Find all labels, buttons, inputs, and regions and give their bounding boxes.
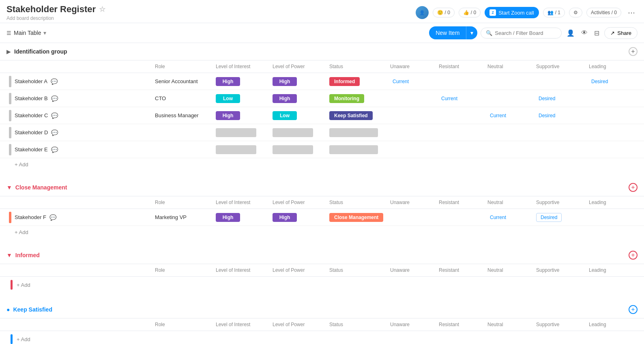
stakeholder-b-resistant[interactable]: Current — [436, 92, 485, 105]
comment-icon[interactable]: 💬 — [51, 129, 58, 136]
group-toggle-close-management[interactable]: ▼ — [6, 184, 12, 191]
stakeholder-c-role: Business Manager — [152, 111, 213, 120]
activities-button[interactable]: Activities / 0 — [586, 8, 621, 17]
stakeholder-e-power[interactable] — [270, 144, 327, 156]
stakeholder-f-neutral[interactable]: Current — [485, 211, 534, 224]
stakeholder-c-interest[interactable]: High — [213, 110, 270, 122]
main-table-button[interactable]: Main Table ▾ — [14, 30, 46, 36]
stakeholder-a-interest[interactable]: High — [213, 75, 270, 88]
settings-button[interactable]: ⚙ — [569, 8, 582, 17]
add-row-keep-satisfied[interactable]: + Add — [0, 331, 644, 344]
zoom-icon: Z — [489, 9, 496, 16]
col-role: Role — [152, 62, 213, 71]
thumbs-button[interactable]: 👍 / 0 — [459, 8, 481, 17]
stakeholder-c-neutral[interactable]: Current — [485, 110, 534, 122]
comment-icon[interactable]: 💬 — [51, 78, 58, 85]
dropdown-icon: ▾ — [43, 30, 46, 36]
zoom-label: Start Zoom call — [498, 10, 534, 16]
col-neutral: Neutral — [485, 62, 534, 71]
stakeholder-f-power[interactable]: High — [270, 211, 327, 224]
stakeholder-d-supportive — [534, 131, 586, 134]
col-name — [6, 62, 152, 71]
reactions-button[interactable]: 🙂 / 0 — [433, 8, 455, 17]
more-button[interactable]: ⋯ — [625, 6, 638, 19]
persons-button[interactable]: 👥 / 1 — [543, 8, 565, 17]
add-row-identification[interactable]: + Add — [0, 158, 644, 171]
stakeholder-a-status[interactable]: Informed — [327, 75, 388, 88]
top-header: Stakeholder Register ☆ Add board descrip… — [0, 0, 644, 23]
interest-badge: High — [216, 77, 240, 86]
stakeholder-e-status[interactable] — [327, 144, 388, 156]
stakeholder-b-supportive[interactable]: Desired — [534, 92, 586, 105]
star-icon[interactable]: ☆ — [99, 5, 105, 14]
toolbar: ☰ Main Table ▾ New Item ▾ 🔍 👤 👁 ⊟ ↗ Shar… — [0, 23, 644, 43]
add-row-close-management[interactable]: + Add — [0, 226, 644, 239]
stakeholder-e-interest[interactable] — [213, 144, 270, 156]
stakeholder-b-interest[interactable]: Low — [213, 92, 270, 105]
stakeholder-b-name-cell: Stakeholder B 💬 — [6, 91, 152, 106]
table-wrapper: ▶ Identification group + Role Level of I… — [0, 43, 644, 344]
row-color-bar — [9, 144, 11, 155]
comment-icon[interactable]: 💬 — [51, 95, 58, 102]
thumbs-icon: 👍 — [463, 10, 469, 15]
stakeholder-d-name[interactable]: Stakeholder D — [15, 129, 48, 135]
stakeholder-f-unaware — [388, 216, 436, 219]
stakeholder-f-interest[interactable]: High — [213, 211, 270, 224]
group-header-identification: ▶ Identification group + — [0, 43, 644, 60]
stakeholder-d-resistant — [436, 131, 485, 134]
interest-badge: High — [216, 111, 240, 120]
stakeholder-f-supportive[interactable]: Desired — [534, 211, 586, 224]
comment-icon[interactable]: 💬 — [51, 112, 58, 119]
group-add-keep-satisfied[interactable]: + — [629, 305, 638, 314]
search-input[interactable] — [495, 30, 556, 36]
stakeholder-a-power[interactable]: High — [270, 75, 327, 88]
eye-button[interactable]: 👁 — [580, 28, 589, 38]
stakeholder-f-name[interactable]: Stakehoder F — [15, 214, 46, 220]
stakeholder-c-supportive[interactable]: Desired — [534, 110, 586, 122]
person-filter-button[interactable]: 👤 — [565, 28, 576, 39]
power-badge: Low — [273, 111, 297, 120]
new-item-button[interactable]: New Item ▾ — [429, 26, 477, 39]
new-item-arrow[interactable]: ▾ — [466, 26, 477, 39]
col-headers-close-management: Role Level of Interest Level of Power St… — [0, 196, 644, 209]
stakeholder-d-power[interactable] — [270, 127, 327, 139]
add-row-informed[interactable]: + Add — [0, 277, 644, 293]
stakeholder-f-role: Marketing VP — [152, 213, 213, 222]
group-add-informed[interactable]: + — [629, 251, 638, 260]
app-subtitle[interactable]: Add board description — [6, 15, 105, 21]
group-add-identification[interactable]: + — [629, 47, 638, 56]
stakeholder-d-interest[interactable] — [213, 127, 270, 139]
filter-button[interactable]: ⊟ — [592, 28, 601, 39]
col-action — [639, 62, 644, 71]
status-badge: Close Management — [329, 213, 383, 222]
avatar[interactable]: 👤 — [416, 6, 429, 19]
table-row: Stakeholder D 💬 — [0, 124, 644, 141]
stakeholder-b-status[interactable]: Monitoring — [327, 92, 388, 105]
comment-icon[interactable]: 💬 — [51, 146, 58, 153]
stakeholder-b-power[interactable]: High — [270, 92, 327, 105]
toolbar-left: ☰ Main Table ▾ — [6, 30, 46, 36]
desired-box[interactable]: Desired — [536, 213, 562, 222]
stakeholder-d-name-cell: Stakeholder D 💬 — [6, 125, 152, 140]
group-toggle-identification[interactable]: ▶ — [6, 48, 11, 55]
stakeholder-c-power[interactable]: Low — [270, 110, 327, 122]
stakeholder-f-status[interactable]: Close Management — [327, 211, 388, 224]
stakeholder-d-status[interactable] — [327, 127, 388, 139]
comment-icon[interactable]: 💬 — [49, 214, 56, 221]
group-name-keep-satisfied: Keep Satisfied — [13, 306, 52, 313]
group-header-keep-satisfied: ● Keep Satisfied + — [0, 301, 644, 318]
group-toggle-informed[interactable]: ▼ — [6, 252, 12, 258]
zoom-call-button[interactable]: Z Start Zoom call — [485, 7, 539, 18]
stakeholder-c-name[interactable]: Stakeholder C — [15, 112, 48, 118]
stakeholder-a-name[interactable]: Stakeholder A — [15, 78, 47, 84]
stakeholder-a-unaware[interactable]: Current — [388, 75, 436, 88]
new-item-label[interactable]: New Item — [429, 26, 466, 39]
stakeholder-a-leading[interactable]: Desired — [586, 75, 639, 88]
group-toggle-keep-satisfied[interactable]: ● — [6, 306, 10, 313]
stakeholder-d-unaware — [388, 131, 436, 134]
share-button[interactable]: ↗ Share — [604, 27, 638, 39]
stakeholder-b-name[interactable]: Stakeholder B — [15, 95, 48, 101]
group-add-close-management[interactable]: + — [629, 183, 638, 192]
stakeholder-c-status[interactable]: Keep Satisfied — [327, 110, 388, 122]
stakeholder-e-name[interactable]: Stakeholder E — [15, 146, 48, 153]
